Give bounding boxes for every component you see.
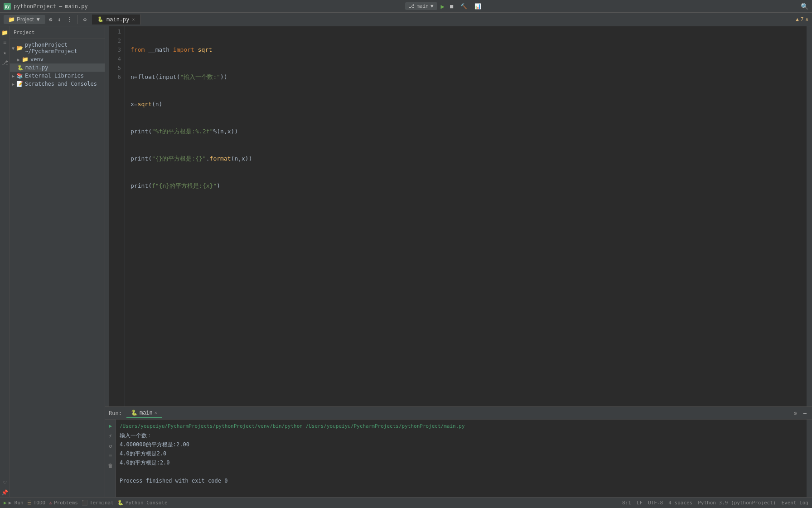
- expand-arrow-extlibs: ▶: [12, 73, 14, 78]
- folder-icon-pythonproject: 📂: [16, 45, 23, 51]
- structure-icon[interactable]: ≡: [0, 38, 10, 47]
- sync-toolbar-button[interactable]: ↕: [56, 15, 63, 24]
- folder-icon: 📁: [8, 16, 15, 23]
- run-tab-main[interactable]: 🐍 main ✕: [126, 408, 162, 418]
- toolbar-separator: [77, 15, 78, 24]
- scratch-icon: 📝: [16, 81, 23, 87]
- warning-chevron-up[interactable]: ∧: [805, 16, 808, 22]
- py-tab-icon: 🐍: [97, 16, 104, 22]
- output-text-2: 4.0的平方根是2.0: [120, 450, 166, 457]
- extra-toolbar-settings[interactable]: ⚙: [82, 15, 88, 24]
- tree-label-extlibs: External Libraries: [25, 73, 84, 79]
- app-icon: py: [4, 3, 11, 10]
- run-play-side-btn[interactable]: ▶: [106, 421, 115, 430]
- coverage-button[interactable]: 📊: [473, 2, 483, 10]
- git-icon[interactable]: ⎇: [0, 58, 10, 67]
- run-minimize-icon[interactable]: —: [802, 409, 808, 417]
- title-bar-right: 🔍: [801, 3, 808, 10]
- title-bar-left: py pythonProject – main.py: [4, 3, 88, 10]
- exit-code-text: Process finished with exit code 0: [120, 478, 227, 484]
- editor-tabs: 🐍 main.py ✕: [92, 15, 141, 24]
- run-tab-close-btn[interactable]: ✕: [155, 410, 157, 415]
- folder-icon-venv: 📁: [22, 56, 29, 63]
- tree-label-pythonproject: pythonProject ~/PycharmProject: [25, 42, 103, 54]
- line-ending: LF: [637, 500, 643, 506]
- file-tree-content: ▼ 📂 pythonProject ~/PycharmProject ▶ 📁 v…: [10, 39, 105, 497]
- branch-indicator[interactable]: ⎇ main ▼: [405, 2, 437, 10]
- terminal-status-label: Terminal: [90, 500, 114, 506]
- run-output-line-4: 4.0的平方根是:2.0: [120, 458, 803, 467]
- branch-chevron: ▼: [430, 3, 434, 9]
- favorites-icon[interactable]: ♡: [0, 478, 10, 487]
- run-rerun-side-btn[interactable]: ↺: [106, 441, 115, 450]
- status-bar-right: 8:1 LF UTF-8 4 spaces Python 3.9 (python…: [622, 500, 808, 506]
- expand-arrow-venv: ▶: [17, 57, 20, 62]
- python-console-status-btn[interactable]: 🐍 Python Console: [117, 500, 168, 506]
- file-tree-panel: Project ▼ 📂 pythonProject ~/PycharmProje…: [10, 26, 105, 497]
- problems-status-label: Problems: [54, 500, 78, 506]
- pin-icon[interactable]: 📌: [0, 488, 10, 497]
- todo-status-label: TODO: [34, 500, 46, 506]
- tab-main-py[interactable]: 🐍 main.py ✕: [92, 15, 141, 24]
- line-num-6: 6: [109, 73, 121, 82]
- run-button[interactable]: ▶: [441, 3, 445, 10]
- settings-toolbar-button[interactable]: ⚙: [47, 15, 54, 24]
- problems-status-btn[interactable]: ⚠ Problems: [49, 500, 78, 506]
- run-status-btn[interactable]: ▶ ▶ Run: [4, 500, 24, 506]
- build-button[interactable]: 🔨: [459, 2, 469, 10]
- title-filename: main.py: [65, 3, 88, 10]
- main-toolbar: 📁 Project ▼ ⚙ ↕ ⋮ ⚙ 🐍 main.py ✕ ▲ 7 ∧: [0, 13, 812, 26]
- tree-label-scratches: Scratches and Consoles: [25, 81, 97, 87]
- line-num-5: 5: [109, 64, 121, 73]
- status-bar: ▶ ▶ Run ☰ TODO ⚠ Problems ⬛ Terminal 🐍 P…: [0, 497, 812, 508]
- editor-main: 1 2 3 4 5 6 from __math import sqrt n=fl…: [105, 26, 812, 406]
- project-chevron: ▼: [35, 16, 41, 23]
- run-tabs-bar: Run: 🐍 main ✕ ⚙ —: [105, 407, 812, 420]
- run-content: ▶ ⚡ ↺ ≡ 🗑 /Users/youpeiyu/PycharmProject…: [105, 420, 812, 497]
- run-panel-scrollbar[interactable]: [807, 420, 812, 497]
- tree-item-pythonproject[interactable]: ▼ 📂 pythonProject ~/PycharmProject: [10, 41, 105, 55]
- line-numbers: 1 2 3 4 5 6: [109, 26, 125, 406]
- title-bar: py pythonProject – main.py ⎇ main ▼ ▶ ■ …: [0, 0, 812, 13]
- tree-item-venv[interactable]: ▶ 📁 venv: [10, 55, 105, 64]
- main-content: 📁 ≡ ★ ⎇ ♡ 📌 Project ▼ 📂 pythonProject ~/…: [0, 26, 812, 497]
- warning-triangle-icon: ▲: [796, 16, 799, 22]
- project-button[interactable]: 📁 Project ▼: [4, 15, 45, 24]
- run-tab-label: main: [140, 410, 153, 416]
- indent-status: 4 spaces: [668, 500, 692, 506]
- run-output-line-2: 4.000000的平方根是:2.00: [120, 440, 803, 449]
- title-bar-center: ⎇ main ▼ ▶ ■ 🔨 📊: [92, 2, 797, 10]
- warning-indicator: ▲ 7 ∧: [796, 16, 808, 22]
- todo-status-btn[interactable]: ☰ TODO: [27, 500, 46, 506]
- tab-close-button[interactable]: ✕: [132, 17, 135, 22]
- tree-label-mainpy: main.py: [25, 64, 48, 71]
- stop-button[interactable]: ■: [448, 2, 455, 10]
- expand-arrow-scratches: ▶: [12, 82, 14, 87]
- run-status-label: ▶ Run: [9, 500, 24, 506]
- app-name: pythonProject: [14, 3, 56, 10]
- project-tree-icon[interactable]: 📁: [0, 28, 10, 37]
- lib-icon-external: 📚: [16, 73, 23, 79]
- code-line-6: print(f"{n}的平方根是:{x}"): [130, 181, 807, 190]
- run-clear-btn[interactable]: 🗑: [106, 461, 115, 470]
- editor-right-scrollbar[interactable]: [807, 26, 812, 406]
- file-tree-title: Project: [14, 29, 34, 35]
- bookmarks-icon[interactable]: ★: [0, 48, 10, 57]
- more-toolbar-button[interactable]: ⋮: [65, 15, 74, 24]
- left-sidebar-icons: 📁 ≡ ★ ⎇ ♡ 📌: [0, 26, 10, 497]
- code-editor[interactable]: from __math import sqrt n=float(input("输…: [125, 26, 807, 406]
- play-icon-status: ▶: [4, 500, 7, 506]
- run-scroll-btn[interactable]: ≡: [106, 451, 115, 460]
- tree-item-scratches[interactable]: ▶ 📝 Scratches and Consoles: [10, 80, 105, 88]
- tree-item-external-libs[interactable]: ▶ 📚 External Libraries: [10, 72, 105, 80]
- terminal-status-btn[interactable]: ⬛ Terminal: [82, 500, 114, 506]
- run-settings-icon[interactable]: ⚙: [792, 409, 799, 417]
- tree-item-mainpy[interactable]: 🐍 main.py: [10, 64, 105, 72]
- run-output-area: /Users/youpeiyu/PycharmProjects/pythonPr…: [116, 420, 807, 497]
- code-line-3: x=sqrt(n): [130, 100, 807, 109]
- search-icon[interactable]: 🔍: [801, 3, 808, 10]
- line-num-1: 1: [109, 27, 121, 36]
- run-stop-side-btn[interactable]: ⚡: [106, 431, 115, 440]
- run-output-line-3: 4.0的平方根是2.0: [120, 449, 803, 458]
- run-output-blank: [120, 467, 803, 476]
